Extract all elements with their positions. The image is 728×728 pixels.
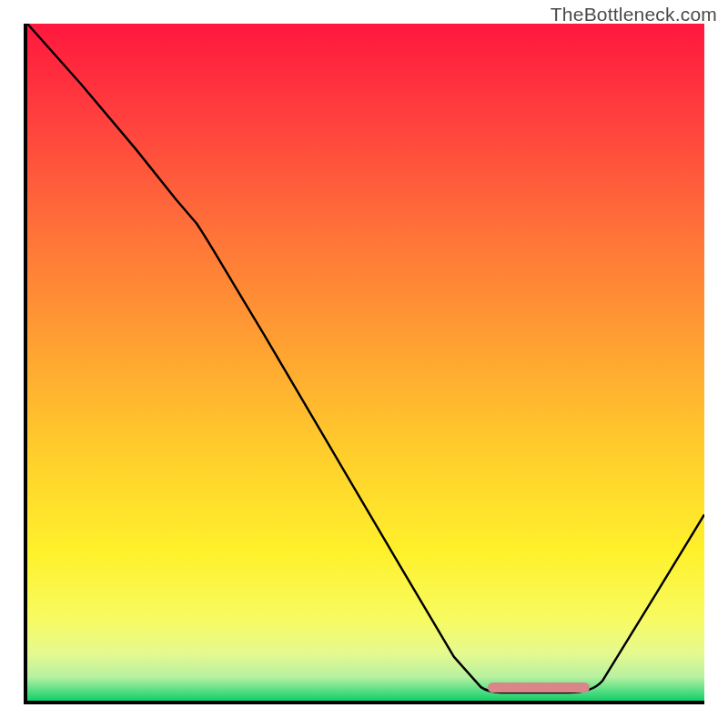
chart-container: TheBottleneck.com (0, 0, 728, 728)
watermark-text: TheBottleneck.com (551, 4, 717, 25)
plot-area (27, 24, 704, 701)
optimum-marker (488, 682, 590, 693)
bottleneck-curve (27, 24, 704, 701)
curve-path (27, 24, 704, 693)
plot-axes (24, 24, 704, 704)
